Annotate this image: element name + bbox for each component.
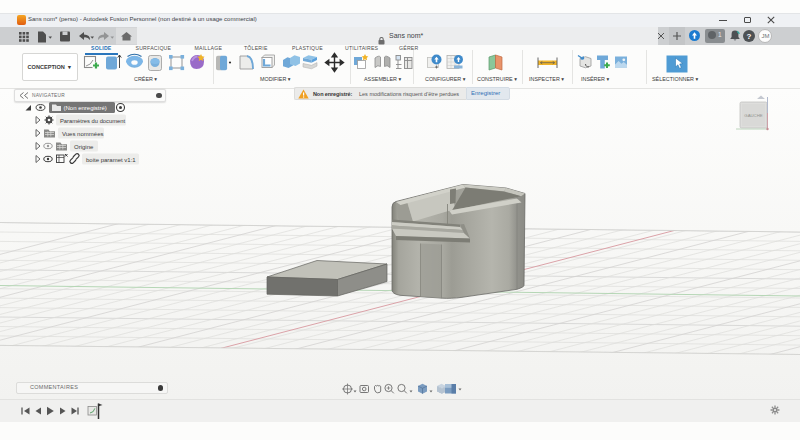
svg-text:Vues nommées: Vues nommées — [62, 131, 103, 137]
svg-text:Paramètres du document: Paramètres du document — [60, 118, 125, 124]
svg-text:(Non enregistré): (Non enregistré) — [64, 105, 107, 111]
svg-text:boite paramet v1:1: boite paramet v1:1 — [86, 157, 136, 163]
svg-text:Origine: Origine — [74, 144, 94, 150]
svg-text:GAUCHE: GAUCHE — [744, 113, 763, 118]
